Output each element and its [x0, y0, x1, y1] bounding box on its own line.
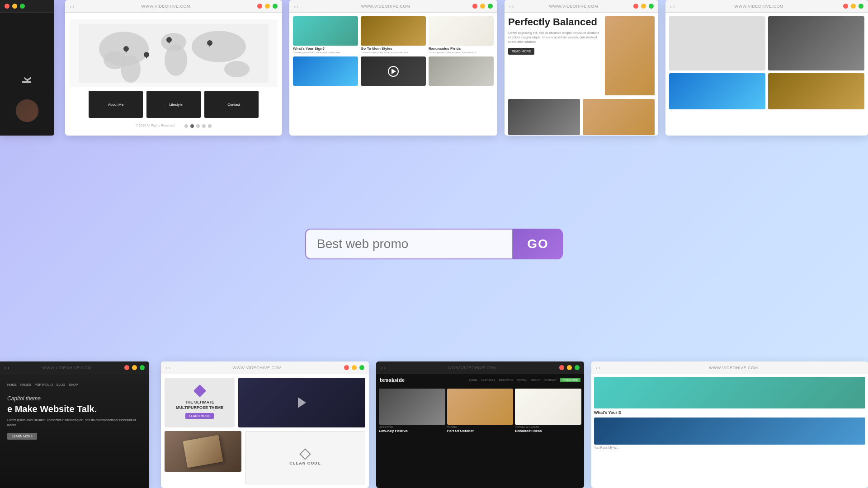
brook-subscribe-btn: SUBSCRIBE: [560, 378, 580, 382]
brook-tag-1: LIFESTYLE: [379, 426, 445, 428]
pag-dot-2: [190, 124, 194, 128]
browser-bar-photogrid: ‹ › WWW.VIDEOHIVE.COM: [289, 0, 497, 13]
pag-dot-5: [208, 124, 212, 128]
photo-img-5: [361, 56, 426, 86]
photo-cell-1: What's Your Sign? Lorem ipsum dolor sit …: [293, 16, 358, 54]
win-max-4: [649, 4, 654, 9]
photo-img-1: [293, 16, 358, 46]
win-min-bot-2: [352, 365, 357, 370]
play-icon: [388, 66, 399, 77]
win-close-bot-3: [559, 365, 564, 370]
url-bar-photogrid: WWW.VIDEOHIVE.COM: [301, 4, 470, 9]
multi-box-title: THE ULTIMATE MULTIPURPOSE THEME: [170, 400, 229, 410]
bot-right-img-2: [594, 418, 865, 445]
nav-arrows-bot-4: ‹ ›: [596, 365, 600, 371]
brook-title-1: Low-Key Festival: [379, 429, 445, 433]
browser-card-world-map: ‹ › WWW.VIDEOHIVE.COM: [65, 0, 282, 136]
brook-tag-2: TRAVEL: [447, 426, 514, 428]
win-close-5: [843, 4, 848, 9]
worldmap-svg: [79, 24, 269, 83]
browser-card-brookside: ‹ › WWW.VIDEOHIVE.COM brookside HOME FEA…: [376, 361, 584, 488]
search-area: Best web promo GO: [305, 229, 563, 259]
dark-card-text: k: [20, 77, 34, 84]
win-close-3: [472, 4, 477, 9]
photo-cell-4: [293, 56, 358, 86]
capitol-nav-portfolio: PORTFOLIO: [35, 383, 53, 386]
browser-bar-dark: [0, 0, 54, 13]
copyright-text: © 2019 All Rights Reserved.: [136, 124, 175, 127]
nav-arrows-bot-2: ‹ ›: [165, 365, 170, 371]
browser-bar-tr: ‹ › WWW.VIDEOHIVE.COM: [665, 0, 868, 13]
multi-clean-box: CLEAN CODE: [245, 431, 365, 484]
capitol-body: HOME PAGES PORTFOLIO BLOG SHOP Capitol t…: [0, 374, 149, 488]
brook-tag-3: TRAVEL & HEALTH: [515, 426, 581, 428]
browser-card-photo-grid: ‹ › WWW.VIDEOHIVE.COM What's Your Sign? …: [289, 0, 497, 136]
url-bar-brook: WWW.VIDEOHIVE.COM: [388, 366, 557, 370]
browser-card-multipurpose: ‹ › WWW.VIDEOHIVE.COM THE ULTIMATE MULTI…: [161, 361, 369, 488]
nav-arrows-4: ‹ ›: [670, 4, 675, 9]
brook-nav-home: HOME: [469, 379, 477, 381]
win-close-bot-1: [124, 365, 129, 370]
brook-nav-features: FEATURES: [481, 379, 495, 381]
tr-body: [665, 13, 868, 113]
url-bar-capitol: WWW.VIDEOHIVE.COM: [12, 366, 122, 370]
capitol-headline: e Make Website Talk.: [7, 404, 142, 414]
tr-img-3: [669, 73, 765, 109]
tr-img-2: [768, 16, 864, 70]
multi-bottom: CLEAN CODE: [161, 431, 369, 488]
nav-arrows-bot-1: ‹ ›: [5, 365, 9, 371]
menu-card-lifestyle: — Lifestyle: [146, 91, 201, 118]
capitol-nav-blog: BLOG: [57, 383, 65, 386]
pagination: [184, 124, 212, 128]
brook-nav-contact: CONTACT: [544, 379, 557, 381]
capitol-italic: Capitol theme: [7, 395, 142, 402]
play-btn-icon: [298, 397, 306, 408]
dark-card-body: k: [0, 13, 54, 136]
svg-point-3: [121, 56, 141, 83]
menu-card-about: About Me: [89, 91, 143, 118]
pb-main-image: [605, 16, 655, 95]
win-min-bot-3: [567, 365, 572, 370]
worldmap-footer: © 2019 All Rights Reserved.: [136, 121, 212, 128]
browser-bar-worldmap: ‹ › WWW.VIDEOHIVE.COM: [65, 0, 282, 13]
pb-text: Perfectly Balanced Lorem adipiscing elit…: [508, 16, 601, 95]
brook-cell-1: LIFESTYLE Low-Key Festival: [379, 389, 445, 433]
bot-right-body: What's Your S You Rock My W...: [591, 374, 868, 452]
photo-cell-5: [361, 56, 426, 86]
pag-dot-4: [202, 124, 206, 128]
multi-box-btn: LEARN MORE: [185, 413, 213, 419]
photo-cell-2: Go-To Mom Styles Lorem ipsum dolor sit a…: [361, 16, 426, 54]
url-bar-multi: WWW.VIDEOHIVE.COM: [173, 366, 341, 370]
brook-img-2: [447, 389, 514, 425]
nav-arrows-2: ‹ ›: [294, 4, 298, 9]
bottom-browser-row: ‹ › WWW.VIDEOHIVE.COM HOME PAGES PORTFOL…: [0, 361, 868, 488]
brook-cell-3: TRAVEL & HEALTH Breakfast Ideas: [515, 389, 581, 433]
win-min-4: [641, 4, 646, 9]
svg-point-5: [165, 44, 187, 76]
top-browser-row: k ‹ › WWW.VIDEOHIVE.COM: [0, 0, 868, 136]
search-input[interactable]: Best web promo: [305, 229, 513, 259]
brook-nav-travel: TRAVEL: [517, 379, 527, 381]
browser-bar-pb: ‹ › WWW.VIDEOHIVE.COM: [505, 0, 658, 13]
photo-cell-3: Ranunculus Fields Lorem ipsum dolor sit …: [429, 16, 494, 54]
worldmap-body: About Me — Lifestyle — Contact © 2019 Al…: [65, 13, 282, 132]
url-bar-worldmap: WWW.VIDEOHIVE.COM: [77, 4, 255, 9]
browser-card-perfectly-balanced: ‹ › WWW.VIDEOHIVE.COM Perfectly Balanced…: [505, 0, 658, 136]
go-button[interactable]: GO: [513, 229, 563, 259]
pb-bottom-img-1: [508, 99, 580, 135]
brook-logo: brookside: [380, 376, 405, 384]
brook-title-3: Breakfast Ideas: [515, 429, 581, 433]
window-max: [273, 4, 278, 9]
window-close-dot: [5, 4, 9, 9]
win-max-bot-1: [140, 365, 145, 370]
capitol-desc: Lorem ipsum dolor sit amet, consectetur …: [7, 418, 142, 427]
diamond-outline-icon: [299, 448, 311, 460]
win-min-3: [480, 4, 485, 9]
svg-point-7: [224, 61, 250, 77]
photo-cell-6: [429, 56, 494, 86]
photo-img-4: [293, 56, 358, 86]
bot-right-sub: You Rock My W...: [594, 446, 865, 449]
window-max-dot: [20, 4, 25, 9]
pb-title: Perfectly Balanced: [508, 16, 601, 28]
pb-bottom-img-2: [583, 99, 655, 135]
